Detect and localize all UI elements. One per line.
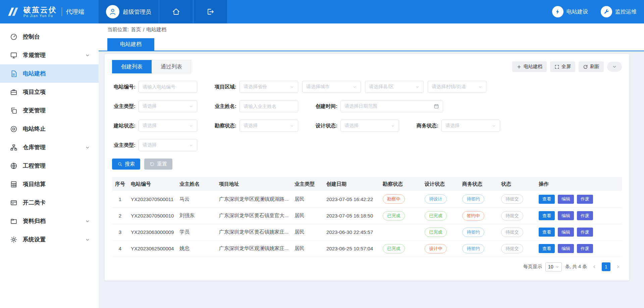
- edit-button[interactable]: 编辑: [558, 244, 574, 253]
- void-button[interactable]: 作废: [577, 195, 593, 204]
- per-page-label: 每页显示: [523, 264, 542, 270]
- sidebar-item-system-settings[interactable]: 系统设置: [0, 230, 99, 249]
- user-icon: [109, 8, 117, 16]
- cell-survey-status: 勘察中: [380, 191, 422, 207]
- chevron-down-icon: [189, 143, 193, 147]
- sidebar-item-type2-card[interactable]: 开二类卡: [0, 193, 99, 212]
- view-button[interactable]: 查看: [539, 228, 555, 237]
- create-station-button[interactable]: 电站建档: [512, 61, 547, 72]
- column-header: 状态: [498, 177, 536, 191]
- chevron-down-icon: [478, 85, 482, 89]
- cell-design-status: 已完成: [422, 224, 460, 240]
- tab-create-list[interactable]: 创建列表: [112, 60, 152, 73]
- station-build-action[interactable]: 电站建设: [552, 6, 588, 17]
- sidebar-item-station-archive[interactable]: 电站建档: [0, 64, 99, 83]
- prev-page-button[interactable]: [590, 263, 598, 271]
- next-page-button[interactable]: [614, 263, 622, 271]
- breadcrumb-separator: /: [143, 27, 144, 33]
- void-button[interactable]: 作废: [577, 228, 593, 237]
- owner-type-2-select[interactable]: 请选择: [139, 139, 197, 151]
- reset-icon: [150, 162, 155, 167]
- province-select[interactable]: 请选择省份: [239, 81, 298, 93]
- filter-label: 业主类型:: [112, 103, 136, 110]
- design-status-field: 设计状态:请选择: [314, 120, 399, 132]
- document-icon: [10, 70, 17, 77]
- chevron-down-icon: [555, 265, 559, 269]
- sidebar-item-station-termination[interactable]: 电站终止: [0, 120, 99, 138]
- chevron-down-icon: [290, 85, 294, 89]
- reset-button[interactable]: 重置: [144, 159, 172, 170]
- edit-button[interactable]: 编辑: [558, 211, 574, 220]
- page-tab-station-archive[interactable]: 电站建档: [107, 38, 154, 51]
- void-button[interactable]: 作废: [577, 244, 593, 253]
- build-status-select[interactable]: 请选择: [139, 120, 197, 132]
- collapse-toolbar-button[interactable]: [607, 62, 622, 72]
- void-button[interactable]: 作废: [577, 211, 593, 220]
- filter-form: 电站编号:项目区域:请选择省份请选择城市请选择县/区请选择村镇/街道业主类型:请…: [112, 81, 622, 151]
- page-1-button[interactable]: 1: [602, 262, 610, 271]
- owner-type-select[interactable]: 请选择: [139, 100, 197, 112]
- sidebar-item-data-archive[interactable]: 资料归档: [0, 212, 99, 230]
- breadcrumb-home-link[interactable]: 首页: [131, 26, 141, 33]
- sidebar-item-project-settlement[interactable]: 项目结算: [0, 175, 99, 193]
- filter-label: 创建时间:: [314, 103, 337, 110]
- station-code-input[interactable]: [139, 81, 197, 93]
- cell-owner-name: 学员: [177, 224, 216, 240]
- survey-status-select[interactable]: 请选择: [239, 120, 298, 132]
- sidebar-item-change-management[interactable]: 变更管理: [0, 101, 99, 120]
- province-field: 项目区域:请选择省份: [213, 81, 298, 93]
- city-select[interactable]: 请选择城市: [302, 81, 361, 93]
- chevron-down-icon: [415, 85, 420, 89]
- refresh-button[interactable]: 刷新: [579, 61, 604, 72]
- village-select[interactable]: 请选择村镇/街道: [428, 81, 486, 93]
- view-button[interactable]: 查看: [539, 195, 555, 204]
- district-field: 请选择县/区: [365, 81, 424, 93]
- cell-owner-name: 刘强东: [177, 207, 216, 224]
- cell-business-status: 待签约: [460, 224, 498, 240]
- survey-status-badge: 已完成: [383, 244, 405, 253]
- sidebar-item-warehouse-management[interactable]: 仓库管理: [0, 138, 99, 157]
- business-status-select[interactable]: 请选择: [441, 120, 500, 132]
- user-menu[interactable]: 超级管理员: [99, 0, 159, 23]
- column-header: 商务状态: [460, 177, 498, 191]
- breadcrumb-prefix: 当前位置:: [107, 26, 129, 33]
- design-status-select[interactable]: 请选择: [340, 120, 399, 132]
- cell-submit-status: 待提交: [498, 191, 536, 207]
- cell-survey-status: [380, 224, 422, 240]
- per-page-select[interactable]: 10: [545, 262, 562, 271]
- user-name: 超级管理员: [123, 8, 151, 16]
- per-page-value: 10: [548, 264, 553, 269]
- main-area: 当前位置: 首页 / 电站建档 电站建档 创建列表通过列表 电站建档全屏刷新 电…: [99, 23, 644, 308]
- cell-created-at: 2023-07-05 16:42:22: [324, 191, 380, 207]
- sidebar-item-general-management[interactable]: 常规管理: [0, 46, 99, 64]
- edit-button[interactable]: 编辑: [558, 228, 574, 237]
- stop-icon: [10, 125, 17, 133]
- survey-status-badge: 已完成: [383, 211, 405, 221]
- logout-button[interactable]: [194, 0, 227, 23]
- sidebar-menu: 控制台常规管理电站建档项目立项变更管理电站终止仓库管理工程管理项目结算开二类卡资…: [0, 27, 99, 249]
- panel-toolbar: 电站建档全屏刷新: [512, 61, 622, 72]
- owner-name-input[interactable]: [239, 100, 298, 112]
- cell-station-code: YX2023070500010: [128, 207, 177, 224]
- search-button[interactable]: 搜索: [112, 159, 140, 170]
- panel-head: 创建列表通过列表 电站建档全屏刷新: [112, 60, 622, 73]
- filter-label: 勘察状态:: [213, 123, 236, 129]
- chevron-down-icon: [85, 219, 90, 224]
- district-select[interactable]: 请选择县/区: [365, 81, 424, 93]
- view-button[interactable]: 查看: [539, 211, 555, 220]
- home-icon: [172, 8, 180, 16]
- tab-pass-list[interactable]: 通过列表: [152, 60, 191, 73]
- sidebar-item-project-initiation[interactable]: 项目立项: [0, 83, 99, 101]
- cell-survey-status: 已完成: [380, 240, 422, 257]
- filter-label: 项目区域:: [213, 84, 236, 90]
- fullscreen-button[interactable]: 全屏: [550, 61, 575, 72]
- monitor-ops-action[interactable]: 监控运维: [601, 6, 637, 17]
- created-time-input[interactable]: 请选择日期范围: [340, 100, 443, 112]
- header-actions: 电站建设监控运维: [552, 0, 644, 23]
- sidebar-item-console[interactable]: 控制台: [0, 27, 99, 46]
- cell-submit-status: 待提交: [498, 224, 536, 240]
- sidebar-item-engineering-management[interactable]: 工程管理: [0, 157, 99, 175]
- edit-button[interactable]: 编辑: [558, 195, 574, 204]
- view-button[interactable]: 查看: [539, 244, 555, 253]
- home-button[interactable]: [159, 0, 193, 23]
